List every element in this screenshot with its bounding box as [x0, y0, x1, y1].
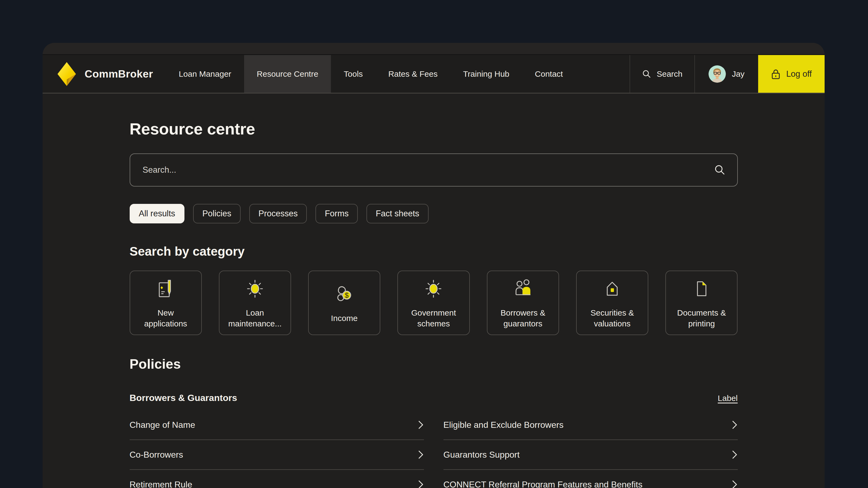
policies-heading: Policies [130, 356, 738, 372]
document-fold-icon [689, 276, 713, 301]
policies-list-right-column: Eligible and Exclude Borrowers Guarantor… [443, 410, 738, 488]
category-card-documents-printing[interactable]: Documents & printing [665, 270, 738, 335]
window-titlebar [42, 43, 825, 55]
policy-item-eligible-exclude-borrowers[interactable]: Eligible and Exclude Borrowers [443, 410, 738, 440]
category-card-borrowers-guarantors[interactable]: Borrowers & guarantors [487, 270, 559, 335]
logoff-label: Log off [786, 69, 812, 79]
nav-search-label: Search [657, 69, 682, 78]
nav-item-loan-manager[interactable]: Loan Manager [166, 55, 244, 93]
nav-item-rates-fees[interactable]: Rates & Fees [375, 55, 450, 93]
coins-dollar-icon: $ [332, 282, 356, 306]
filter-chip-processes[interactable]: Processes [249, 204, 307, 223]
policy-item-retirement-rule[interactable]: Retirement Rule [130, 470, 424, 488]
main-content: Resource centre All results Policies Pro… [130, 120, 738, 488]
category-card-government-schemes[interactable]: Government schemes [397, 270, 469, 335]
policy-item-label: Eligible and Exclude Borrowers [443, 420, 564, 430]
policy-item-change-of-name[interactable]: Change of Name [130, 410, 424, 440]
chevron-right-icon [417, 479, 424, 488]
policy-item-connect-referral-program[interactable]: CONNECT Referral Program Features and Be… [443, 470, 738, 488]
nav-profile[interactable]: Jay [694, 55, 758, 93]
resource-search-input[interactable] [143, 165, 714, 175]
category-card-label: Income [331, 313, 358, 324]
policy-item-label: CONNECT Referral Program Features and Be… [443, 480, 643, 488]
nav-search-button[interactable]: Search [629, 55, 694, 93]
policy-item-guarantors-support[interactable]: Guarantors Support [443, 440, 738, 470]
search-icon[interactable] [714, 164, 726, 176]
policies-subheading: Borrowers & Guarantors [130, 393, 237, 403]
policies-section-head: Borrowers & Guarantors Label [130, 393, 738, 403]
category-cards: New applications Loan maintenance... [130, 270, 738, 335]
category-card-loan-maintenance[interactable]: Loan maintenance... [219, 270, 291, 335]
policy-item-label: Guarantors Support [443, 450, 520, 460]
policies-list: Change of Name Co-Borrowers Retirement R… [130, 410, 738, 488]
document-pen-icon [154, 276, 178, 301]
nav-links: Loan Manager Resource Centre Tools Rates… [166, 55, 576, 93]
nav-item-tools[interactable]: Tools [331, 55, 375, 93]
filter-chip-all-results[interactable]: All results [130, 204, 184, 223]
filter-chips: All results Policies Processes Forms Fac… [130, 204, 738, 223]
brand-name: CommBroker [85, 68, 153, 80]
sun-icon [422, 276, 445, 301]
nav-item-resource-centre[interactable]: Resource Centre [244, 55, 331, 93]
filter-chip-policies[interactable]: Policies [193, 204, 241, 223]
label-link[interactable]: Label [718, 394, 738, 403]
house-icon [600, 276, 624, 301]
category-heading: Search by category [130, 244, 738, 259]
search-icon [642, 69, 651, 78]
top-navbar: CommBroker Loan Manager Resource Centre … [42, 55, 825, 94]
category-card-income[interactable]: $ Income [308, 270, 380, 335]
nav-item-contact[interactable]: Contact [522, 55, 576, 93]
sun-icon [243, 276, 267, 301]
app-window: CommBroker Loan Manager Resource Centre … [42, 43, 825, 488]
category-card-label: Borrowers & guarantors [495, 307, 552, 329]
user-name: Jay [732, 69, 745, 78]
category-card-label: New applications [137, 307, 194, 329]
page-title: Resource centre [130, 120, 738, 138]
policy-item-label: Retirement Rule [130, 480, 192, 488]
policy-item-co-borrowers[interactable]: Co-Borrowers [130, 440, 424, 470]
filter-chip-forms[interactable]: Forms [315, 204, 358, 223]
category-card-label: Loan maintenance... [226, 307, 283, 329]
category-card-new-applications[interactable]: New applications [130, 270, 202, 335]
resource-search-box [130, 154, 738, 187]
lock-icon [771, 69, 781, 79]
nav-item-training-hub[interactable]: Training Hub [450, 55, 522, 93]
user-avatar [709, 65, 726, 83]
logoff-button[interactable]: Log off [758, 55, 825, 93]
category-card-label: Documents & printing [673, 307, 730, 329]
policy-item-label: Change of Name [130, 420, 195, 430]
policy-item-label: Co-Borrowers [130, 450, 183, 460]
commbank-diamond-logo-icon [57, 62, 76, 87]
category-card-securities-valuations[interactable]: Securities & valuations [576, 270, 648, 335]
brand[interactable]: CommBroker [42, 55, 153, 93]
svg-text:$: $ [345, 291, 348, 299]
category-card-label: Securities & valuations [584, 307, 641, 329]
nav-right-cluster: Search [629, 55, 825, 93]
filter-chip-fact-sheets[interactable]: Fact sheets [367, 204, 428, 223]
two-people-icon [511, 276, 535, 301]
chevron-right-icon [731, 479, 738, 488]
chevron-right-icon [731, 449, 738, 461]
chevron-right-icon [417, 419, 424, 431]
policies-list-left-column: Change of Name Co-Borrowers Retirement R… [130, 410, 424, 488]
chevron-right-icon [417, 449, 424, 461]
chevron-right-icon [731, 419, 738, 431]
category-card-label: Government schemes [405, 307, 462, 329]
